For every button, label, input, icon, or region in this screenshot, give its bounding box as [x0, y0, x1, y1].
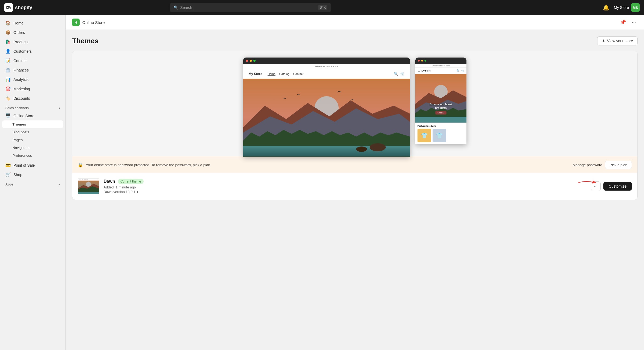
navigation-sub-label: Navigation: [12, 146, 30, 150]
svg-rect-22: [84, 179, 86, 180]
store-nav-icons: 🔍 🛒: [394, 72, 405, 76]
svg-rect-19: [78, 178, 99, 181]
blog-posts-sub-label: Blog posts: [12, 130, 29, 134]
manage-password-link[interactable]: Manage password: [573, 163, 602, 167]
theme-thumb-svg: [78, 178, 99, 194]
banner-text: Your online store is password protected.…: [86, 163, 570, 167]
pages-sub-label: Pages: [12, 138, 23, 142]
sidebar-item-label: Marketing: [13, 87, 30, 91]
sidebar-sub-item-blog-posts[interactable]: Blog posts: [2, 128, 63, 136]
sidebar-sub-item-themes[interactable]: Themes: [2, 120, 63, 128]
apps-expand-icon[interactable]: ›: [59, 183, 60, 186]
top-nav: 🛍 shopify 🔍 Search ⌘ K 🔔 My Store MS: [0, 0, 644, 15]
sidebar-item-online-store[interactable]: 🖥️ Online Store: [2, 111, 63, 120]
sales-channels-section: Sales channels ›: [2, 103, 63, 111]
page-header-title: Online Store: [82, 20, 105, 25]
logo-area[interactable]: 🛍 shopify: [4, 3, 32, 12]
sidebar-sub-item-preferences[interactable]: Preferences: [2, 152, 63, 159]
svg-point-6: [370, 143, 386, 151]
mobile-search-icon: 🔍: [457, 69, 460, 72]
mobile-screen: Welcome to our store ☰ My Store 🔍 🛒: [415, 64, 466, 144]
customize-button[interactable]: Customize: [603, 182, 632, 191]
mobile-featured-title: Featured products: [417, 125, 464, 127]
sidebar-item-label: Analytics: [13, 77, 29, 82]
sidebar-item-label: Point of Sale: [13, 163, 35, 167]
search-placeholder: Search: [180, 5, 192, 10]
mobile-landscape-svg: [415, 74, 466, 123]
main-content: H Online Store 📌 ··· Themes 👁 View your …: [66, 15, 644, 350]
view-store-button[interactable]: 👁 View your store: [597, 36, 638, 45]
content-icon: 📝: [5, 58, 11, 63]
avatar: MS: [631, 3, 640, 12]
search-bar[interactable]: 🔍 Search ⌘ K: [170, 3, 331, 12]
sidebar-item-customers[interactable]: 👤 Customers: [2, 47, 63, 56]
search-nav-icon: 🔍: [394, 72, 398, 76]
sidebar-item-analytics[interactable]: 📊 Analytics: [2, 75, 63, 84]
preview-area: Welcome to our store My Store Home Catal…: [72, 51, 637, 157]
pin-button[interactable]: 📌: [618, 18, 628, 26]
notifications-bell-button[interactable]: 🔔: [602, 3, 611, 12]
mobile-product-1: 👕: [417, 129, 431, 142]
nav-home: Home: [268, 72, 275, 76]
sidebar-item-orders[interactable]: 📦 Orders: [2, 28, 63, 37]
mobile-hero-overlay: Browse our latest products Shop all: [428, 103, 454, 115]
customers-icon: 👤: [5, 49, 11, 54]
analytics-icon: 📊: [5, 77, 11, 82]
svg-rect-18: [78, 192, 99, 194]
search-icon: 🔍: [174, 5, 178, 10]
theme-version[interactable]: Dawn version 13.0.1 ▾: [104, 190, 587, 194]
nav-contact: Contact: [293, 72, 303, 76]
sidebar-item-label: Discounts: [13, 96, 30, 101]
desktop-mockup-bar: [243, 58, 410, 64]
arrow-indicator: [578, 179, 600, 188]
online-store-page-icon: H: [72, 19, 80, 26]
mobile-navbar: ☰ My Store 🔍 🛒: [415, 68, 466, 74]
apps-label: Apps: [5, 183, 13, 186]
sidebar-item-products[interactable]: 🛍️ Products: [2, 37, 63, 47]
mobile-shop-all-button[interactable]: Shop all: [435, 111, 446, 115]
sales-channels-expand-icon[interactable]: ›: [59, 106, 60, 110]
themes-title: Themes: [72, 37, 98, 45]
store-navbar: My Store Home Catalog Contact 🔍 🛒: [243, 69, 410, 79]
store-selector-button[interactable]: My Store MS: [614, 3, 640, 12]
current-theme-badge: Current theme: [118, 179, 144, 184]
shop-icon: 🛒: [5, 172, 11, 177]
mobile-dot-yellow: [421, 60, 423, 62]
marketing-icon: 🎯: [5, 86, 11, 91]
sidebar-item-finances[interactable]: 🏛️ Finances: [2, 65, 63, 75]
sidebar-item-content[interactable]: 📝 Content: [2, 56, 63, 65]
theme-added-meta: Added: 1 minute ago: [104, 185, 587, 189]
sidebar-sub-item-pages[interactable]: Pages: [2, 136, 63, 144]
nav-catalog: Catalog: [279, 72, 289, 76]
products-icon: 🛍️: [5, 39, 11, 44]
themes-area: Themes 👁 View your store: [66, 30, 644, 206]
cart-nav-icon: 🛒: [400, 72, 405, 76]
sidebar-item-shop[interactable]: 🛒 Shop: [2, 170, 63, 179]
preferences-sub-label: Preferences: [12, 153, 32, 158]
sidebar: 🏠 Home 📦 Orders 🛍️ Products 👤 Customers …: [0, 15, 66, 350]
pick-plan-button[interactable]: Pick a plan: [605, 161, 632, 169]
dot-yellow: [250, 60, 252, 62]
sidebar-item-label: Online Store: [13, 114, 34, 118]
search-kbd: ⌘ K: [318, 5, 327, 10]
finances-icon: 🏛️: [5, 67, 11, 73]
desktop-screen: Welcome to our store My Store Home Catal…: [243, 64, 410, 157]
sidebar-item-marketing[interactable]: 🎯 Marketing: [2, 84, 63, 94]
sidebar-item-discounts[interactable]: 🏷️ Discounts: [2, 94, 63, 103]
discounts-icon: 🏷️: [5, 96, 11, 101]
mobile-featured: Featured products 👕 👕: [415, 123, 466, 144]
sidebar-item-label: Products: [13, 40, 28, 44]
sidebar-item-home[interactable]: 🏠 Home: [2, 18, 63, 28]
sidebar-item-label: Orders: [13, 30, 25, 35]
sidebar-item-label: Shop: [13, 173, 22, 177]
chevron-down-icon: ▾: [137, 190, 139, 194]
sidebar-item-label: Finances: [13, 68, 29, 72]
mobile-product-2: 👕: [433, 129, 446, 142]
page-header: H Online Store 📌 ···: [66, 15, 644, 30]
more-options-button[interactable]: ···: [630, 19, 638, 26]
mobile-welcome-text: Welcome to our store: [432, 65, 450, 67]
sidebar-sub-item-navigation[interactable]: Navigation: [2, 144, 63, 152]
theme-thumbnail: [78, 178, 99, 194]
sidebar-item-point-of-sale[interactable]: 💳 Point of Sale: [2, 160, 63, 170]
svg-rect-21: [82, 179, 83, 180]
